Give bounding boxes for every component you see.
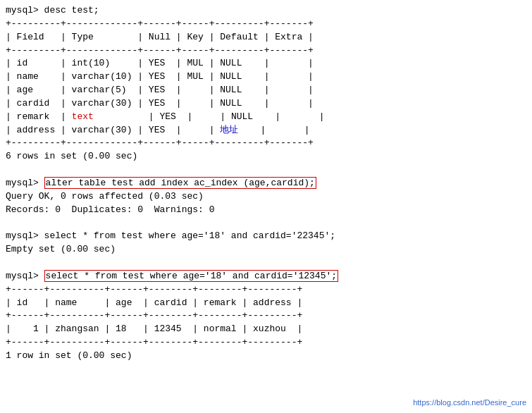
- line-17: [6, 217, 526, 230]
- select-command-highlight: select * from test where age='18' and ca…: [44, 270, 338, 282]
- chinese-default-value: 地址: [220, 125, 238, 135]
- text-type-label: text: [72, 111, 94, 122]
- line-4: +---------+-------------+------+-----+--…: [6, 44, 526, 58]
- line-7: | age | varchar(5) | YES | | NULL | |: [6, 84, 526, 97]
- line-20: [6, 257, 526, 270]
- line-8: | cardid | varchar(30) | YES | | NULL | …: [6, 97, 526, 111]
- line-19: Empty set (0.00 sec): [6, 243, 526, 257]
- alter-command-highlight: alter table test add index ac_index (age…: [44, 177, 316, 189]
- line-2: +---------+-------------+------+-----+--…: [6, 18, 526, 31]
- line-1: mysql> desc test;: [6, 4, 526, 18]
- line-9: | remark | text | YES | | NULL | |: [6, 111, 526, 124]
- terminal: mysql> desc test; +---------+-----------…: [0, 0, 532, 413]
- line-12: 6 rows in set (0.00 sec): [6, 150, 526, 164]
- line-13: [6, 164, 526, 177]
- line-18: mysql> select * from test where age='18'…: [6, 230, 526, 243]
- line-22: +------+----------+------+--------+-----…: [6, 283, 526, 297]
- line-5: | id | int(10) | YES | MUL | NULL | |: [6, 57, 526, 70]
- line-21: mysql> select * from test where age='18'…: [6, 270, 526, 283]
- line-25: | 1 | zhangsan | 18 | 12345 | normal | x…: [6, 323, 526, 336]
- line-14: mysql> alter table test add index ac_ind…: [6, 177, 526, 190]
- line-24: +------+----------+------+--------+-----…: [6, 309, 526, 323]
- line-3: | Field | Type | Null | Key | Default | …: [6, 31, 526, 44]
- line-10: | address | varchar(30) | YES | | 地址 | |: [6, 124, 526, 137]
- line-23: | id | name | age | cardid | remark | ad…: [6, 297, 526, 310]
- line-6: | name | varchar(10) | YES | MUL | NULL …: [6, 70, 526, 84]
- line-16: Records: 0 Duplicates: 0 Warnings: 0: [6, 204, 526, 217]
- line-26: +------+----------+------+--------+-----…: [6, 336, 526, 350]
- watermark: https://blog.csdn.net/Desire_cure: [413, 397, 526, 409]
- line-27: 1 row in set (0.00 sec): [6, 350, 526, 363]
- line-11: +---------+-------------+------+-----+--…: [6, 137, 526, 150]
- line-15: Query OK, 0 rows affected (0.03 sec): [6, 190, 526, 204]
